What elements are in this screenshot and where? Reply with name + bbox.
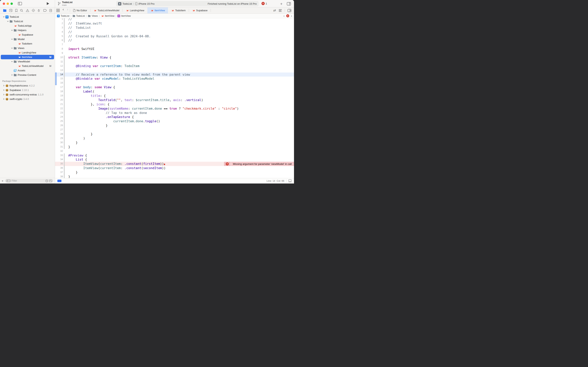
code-line-25[interactable]: 25 currentItem.done.toggle() — [55, 119, 294, 124]
disclosure-chevron-icon[interactable] — [10, 74, 13, 76]
code-line-28[interactable]: 28 } — [55, 132, 294, 136]
code-line-3[interactable]: 3// TodoList — [55, 26, 294, 30]
disclosure-chevron-icon[interactable] — [2, 89, 5, 91]
adjust-editor-options-icon[interactable] — [279, 9, 282, 12]
breadcrumb-item[interactable]: TodoList — [73, 15, 85, 17]
disclosure-chevron-icon[interactable] — [2, 16, 5, 18]
breadcrumb-item[interactable]: SItemView — [118, 15, 131, 17]
breadcrumb-item[interactable]: ItemView — [101, 14, 114, 17]
issue-count-badge[interactable]: ✕ 1 — [261, 2, 267, 5]
file-tree-item-itemview[interactable]: ItemViewM — [1, 55, 54, 59]
filter-input[interactable] — [12, 179, 44, 182]
next-issue-button[interactable]: › — [291, 14, 292, 17]
code-line-22[interactable]: 22 Image(systemName: currentItem.done ==… — [55, 107, 294, 111]
code-line-8[interactable]: 8import SwiftUI — [55, 47, 294, 51]
breakpoint-toggle-chip[interactable] — [57, 180, 61, 182]
add-editor-split-icon[interactable] — [288, 9, 291, 12]
code-line-20[interactable]: 20 TextField("", text: $currentItem.titl… — [55, 98, 294, 102]
scheme-device[interactable]: iPhone 15 Pro — [138, 2, 154, 5]
file-tree-item-todolist[interactable]: ATodoList — [1, 15, 54, 19]
code-line-4[interactable]: 4// — [55, 30, 294, 34]
disclosure-chevron-icon[interactable] — [10, 47, 13, 49]
package-item-keychainaccess[interactable]: KeychainAccess4.2.2 — [1, 83, 54, 88]
file-tree-item-viewmodel[interactable]: ViewModel — [1, 59, 54, 64]
disclosure-chevron-icon[interactable] — [10, 29, 13, 31]
code-line-9[interactable]: 9 — [55, 51, 294, 55]
file-tree-item-supabase[interactable]: Supabase — [1, 33, 54, 37]
issue-navigator-icon[interactable] — [26, 9, 29, 12]
disclosure-chevron-icon[interactable] — [6, 20, 9, 22]
code-line-11[interactable]: 11 — [55, 60, 294, 64]
file-tree-item-model[interactable]: Model — [1, 37, 54, 42]
inline-error-annotation[interactable]: ✕Missing argument for parameter 'viewMod… — [224, 162, 294, 166]
disclosure-chevron-icon[interactable] — [2, 85, 5, 86]
source-control-navigator-icon[interactable] — [9, 9, 12, 12]
add-file-button[interactable]: + — [1, 179, 3, 183]
code-line-29[interactable]: 29 ) — [55, 136, 294, 141]
recent-files-clock-icon[interactable] — [45, 179, 48, 182]
code-line-36[interactable]: 36 ItemView(currentItem: .constant(secon… — [55, 166, 294, 170]
disclosure-chevron-icon[interactable] — [10, 38, 13, 40]
swap-editors-icon[interactable]: ⇄ — [273, 8, 276, 12]
issue-indicator-icon[interactable]: ✕ — [286, 14, 289, 17]
code-line-30[interactable]: 30 } — [55, 141, 294, 145]
find-navigator-icon[interactable] — [20, 9, 23, 12]
file-tree-item-preview-content[interactable]: Preview Content — [1, 73, 54, 77]
code-line-23[interactable]: 23 // Tap to mark as done — [55, 111, 294, 115]
scheme-selector[interactable]: A TodoList 〉 iPhone 15 Pro Finished runn… — [116, 1, 259, 6]
code-line-26[interactable]: 26 } — [55, 124, 294, 128]
file-tree-item-todoitem[interactable]: TodoItem — [1, 42, 54, 46]
file-tree-item-views[interactable]: Views — [1, 46, 54, 50]
editor-tab-itemview[interactable]: ItemView — [147, 7, 168, 13]
code-line-33[interactable]: 33#Preview { — [55, 153, 294, 158]
code-line-12[interactable]: 12 @Binding var currentItem: TodoItem — [55, 64, 294, 68]
new-tab-button[interactable]: + — [280, 2, 283, 6]
code-line-21[interactable]: 21 }, icon: { — [55, 102, 294, 107]
code-line-31[interactable]: 31} — [55, 145, 294, 149]
code-line-24[interactable]: 24 .onTapGesture { — [55, 115, 294, 119]
editor-tab-no-editor[interactable]: No Editor — [70, 7, 90, 13]
previous-issue-button[interactable]: ‹ — [284, 14, 285, 17]
zoom-window-button[interactable] — [10, 2, 13, 5]
editor-tab-todoitem[interactable]: TodoItem — [168, 7, 189, 13]
run-button[interactable] — [46, 2, 49, 5]
file-tree-item-todolistapp[interactable]: TodoListApp — [1, 24, 54, 28]
code-line-17[interactable]: 17 var body: some View { — [55, 85, 294, 89]
bookmark-navigator-icon[interactable] — [15, 9, 17, 12]
code-line-15[interactable]: 15 @Bindable var viewModel: TodoListView… — [55, 77, 294, 81]
breadcrumb-item[interactable]: Views — [88, 15, 98, 17]
code-line-7[interactable]: 7 — [55, 42, 294, 47]
file-tree-item-todolist[interactable]: TodoList — [1, 19, 54, 24]
code-line-14[interactable]: 14 // Receive a reference to the view mo… — [55, 73, 294, 77]
scheme-target[interactable]: TodoList — [123, 2, 132, 5]
breadcrumb-item[interactable]: ATodoList — [57, 15, 69, 17]
debug-navigator-icon[interactable] — [38, 9, 41, 12]
code-line-16[interactable]: 16 — [55, 81, 294, 85]
package-item-swift-concurrency-extras[interactable]: swift-concurrency-extras1.1.0 — [1, 92, 54, 97]
toggle-left-sidebar-icon[interactable] — [18, 2, 22, 5]
editor-appearance-icon[interactable] — [288, 179, 292, 182]
code-line-32[interactable]: 32 — [55, 149, 294, 153]
close-window-button[interactable] — [3, 2, 5, 5]
editor-layout-grid-icon[interactable] — [55, 7, 61, 13]
breakpoint-navigator-icon[interactable] — [43, 9, 47, 12]
code-line-34[interactable]: 34 List { — [55, 158, 294, 162]
code-line-2[interactable]: 2// ItemView.swift — [55, 21, 294, 26]
report-navigator-icon[interactable] — [49, 9, 52, 12]
go-forward-button[interactable]: › — [65, 7, 70, 13]
code-area[interactable]: 1//2// ItemView.swift3// TodoList4//5// … — [55, 18, 294, 178]
package-item-supabase[interactable]: Supabase2.10.1 — [1, 88, 54, 92]
minimize-window-button[interactable] — [7, 2, 9, 5]
editor-tab-supabase[interactable]: Supabase — [189, 7, 211, 13]
file-tree-item-assets[interactable]: Assets — [1, 68, 54, 73]
code-line-38[interactable]: 38} — [55, 175, 294, 178]
go-back-button[interactable]: ‹ — [61, 7, 65, 13]
test-navigator-icon[interactable] — [32, 9, 35, 12]
project-navigator-icon[interactable] — [3, 9, 7, 12]
code-line-1[interactable]: 1// — [55, 18, 294, 21]
code-line-19[interactable]: 19 title: { — [55, 94, 294, 98]
code-line-10[interactable]: 10struct ItemView: View { — [55, 55, 294, 60]
disclosure-chevron-icon[interactable] — [2, 98, 5, 100]
file-tree-item-helpers[interactable]: Helpers — [1, 28, 54, 33]
file-tree-item-landingview[interactable]: LandingView — [1, 50, 54, 55]
